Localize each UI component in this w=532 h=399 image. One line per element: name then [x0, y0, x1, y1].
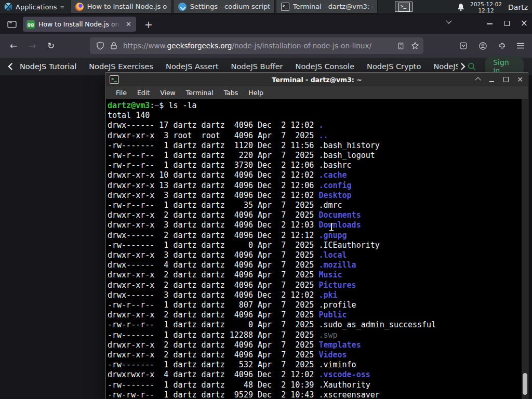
site-nav-item[interactable]: NodeJS Crypto — [367, 62, 421, 71]
terminal-output-line: -rw------- 1 dartz dartz 532 Apr 7 2025 … — [108, 360, 521, 370]
terminal-minimize-button[interactable] — [489, 76, 495, 83]
taskbar-window-button[interactable]: Settings - codium script... — [173, 0, 275, 14]
forward-button[interactable]: → — [25, 38, 39, 53]
taskbar-window-button[interactable]: Terminal - dartz@vm3: ~ — [276, 0, 378, 14]
panel-tray: 2025-12-02 12:12 Dartz — [457, 0, 532, 14]
terminal-output-line: drwx------ 4 dartz dartz 4096 Apr 7 2025… — [108, 260, 521, 270]
window-maximize-button[interactable] — [504, 21, 510, 26]
file-name: .ICEauthority — [318, 241, 379, 250]
terminal-output-line: drwxr-xr-x 13 dartz dartz 4096 Dec 2 12:… — [108, 181, 521, 191]
terminal-output-line: -rw-r--r-- 1 dartz dartz 3730 Dec 2 12:0… — [108, 161, 521, 170]
terminal-menubar: FileEditViewTerminalTabsHelp — [106, 86, 528, 99]
pocket-save-icon[interactable] — [456, 38, 471, 53]
file-name: .bash_logout — [318, 151, 375, 160]
url-text: https://www.geeksforgeeks.org/node-js/in… — [123, 42, 394, 50]
site-nav-item[interactable]: NodeJS DNS — [433, 62, 458, 71]
terminal-scrollbar-thumb[interactable] — [523, 373, 527, 395]
terminal-menu-file[interactable]: File — [111, 87, 132, 98]
taskbar-window-button[interactable]: How to Install Node.js o... — [70, 0, 172, 14]
file-name: .local — [318, 250, 347, 260]
account-icon[interactable] — [475, 38, 490, 53]
taskbar-window-title: Terminal - dartz@vm3: ~ — [293, 3, 373, 10]
clock-time: 12:12 — [470, 7, 502, 14]
terminal-output[interactable]: dartz@vm3:~$ls -la total 140 drwx------ … — [106, 99, 528, 399]
firefox-view-icon — [7, 21, 17, 28]
terminal-menu-help[interactable]: Help — [243, 87, 269, 98]
terminal-output-line: -rw-r--r-- 1 dartz dartz 220 Apr 7 2025 … — [108, 151, 521, 161]
menu-hamburger-icon[interactable] — [513, 38, 528, 53]
new-tab-button[interactable]: + — [141, 19, 156, 30]
file-name: .xscreensaver — [318, 390, 379, 399]
file-name: .Xauthority — [318, 380, 370, 390]
file-name: .mozilla — [318, 260, 356, 270]
typed-command: ls -la — [164, 101, 196, 110]
file-name: Templates — [318, 340, 361, 350]
nav-scroll-left-icon[interactable] — [6, 62, 15, 71]
prompt-user-host: dartz@vm3 — [108, 101, 150, 110]
file-name: . — [318, 121, 323, 130]
bookmark-star-icon[interactable] — [411, 42, 419, 50]
url-path: /node-js/installation-of-node-js-on-linu… — [232, 42, 371, 50]
site-nav-item[interactable]: NodeJS Tutorial — [20, 62, 76, 71]
nav-scroll-right-icon[interactable] — [459, 62, 467, 71]
reader-mode-icon[interactable] — [397, 42, 405, 50]
tab-bar: gg How to Install Node.js on ✕ + × — [0, 15, 532, 34]
file-name: .profile — [318, 300, 356, 310]
terminal-output-line: drwxr-xr-x 10 dartz dartz 4096 Dec 2 12:… — [108, 170, 521, 180]
terminal-output-line: -rw-r--r-- 1 dartz dartz 0 Apr 7 2025 .s… — [108, 320, 521, 330]
site-nav-item[interactable]: NodeJS Assert — [166, 62, 219, 71]
terminal-menu-edit[interactable]: Edit — [132, 87, 155, 98]
file-name: .viminfo — [318, 360, 356, 369]
url-scheme: https://www. — [123, 42, 167, 50]
terminal-output-line: drwx------ 3 dartz dartz 4096 Dec 2 12:0… — [108, 290, 521, 300]
site-nav-item[interactable]: NodeJS Buffer — [231, 62, 283, 71]
site-nav-item[interactable]: NodeJS Console — [296, 62, 355, 71]
terminal-menu-tabs[interactable]: Tabs — [219, 87, 244, 98]
file-name: .swp — [318, 330, 337, 340]
window-minimize-button[interactable] — [487, 23, 493, 24]
list-all-tabs-icon[interactable] — [446, 18, 451, 23]
terminal-titlebar[interactable]: Terminal - dartz@vm3: ~ ✕ — [106, 73, 528, 86]
terminal-output-line: -rw-r--r-- 1 dartz dartz 807 Apr 7 2025 … — [108, 300, 521, 310]
url-bar[interactable]: https://www.geeksforgeeks.org/node-js/in… — [90, 37, 423, 54]
terminal-output-line: -rw------- 1 dartz dartz 12288 Apr 7 202… — [108, 330, 521, 340]
terminal-title: Terminal - dartz@vm3: ~ — [272, 76, 362, 84]
window-close-button[interactable]: × — [521, 18, 528, 28]
tracking-protection-shield-icon[interactable] — [96, 42, 104, 50]
browser-tab[interactable]: gg How to Install Node.js on ✕ — [23, 17, 136, 32]
terminal-output-line: drwxr-xr-x 2 dartz dartz 4096 Apr 7 2025… — [108, 340, 521, 350]
desktop: Applications ≡ How to Install Node.js o.… — [0, 0, 532, 399]
terminal-menu-view[interactable]: View — [155, 87, 181, 98]
terminal-output-line: -rw-rw-r-- 1 dartz dartz 9529 Dec 2 10:4… — [108, 390, 521, 399]
workspace-pager[interactable] — [394, 1, 417, 14]
terminal-menu-terminal[interactable]: Terminal — [181, 87, 219, 98]
file-name: .vscode-oss — [318, 370, 370, 379]
reload-button[interactable]: ↻ — [44, 38, 58, 53]
applications-button[interactable]: Applications ≡ — [0, 0, 68, 14]
taskbar-window-title: How to Install Node.js o... — [87, 3, 167, 10]
back-button[interactable]: ← — [6, 38, 21, 53]
terminal-maximize-button[interactable] — [503, 76, 509, 83]
file-name: Public — [318, 310, 347, 320]
lock-icon[interactable] — [110, 42, 118, 50]
terminal-scrollbar[interactable] — [522, 99, 528, 399]
terminal-output-line: drwxr-xr-x 2 dartz dartz 4096 Apr 7 2025… — [108, 210, 521, 220]
extensions-puzzle-icon[interactable] — [495, 38, 509, 53]
terminal-output-line: -rw------- 1 dartz dartz 48 Dec 2 10:39 … — [108, 380, 521, 390]
terminal-output-line: drwxr-xr-x 3 dartz dartz 4096 Dec 2 12:0… — [108, 191, 521, 201]
terminal-close-button[interactable]: ✕ — [517, 76, 523, 83]
taskbar: How to Install Node.js o...Settings - co… — [70, 0, 378, 14]
search-icon[interactable] — [467, 61, 476, 72]
tab-close-icon[interactable]: ✕ — [125, 20, 132, 29]
terminal-shade-button[interactable] — [475, 76, 481, 83]
terminal-output-line: drwxr-xr-x 2 dartz dartz 4096 Apr 7 2025… — [108, 270, 521, 280]
taskbar-window-title: Settings - codium script... — [190, 3, 270, 10]
panel-clock: 2025-12-02 12:12 — [470, 1, 502, 14]
file-name: .sudo_as_admin_successful — [318, 320, 436, 329]
firefox-view-button[interactable] — [5, 19, 19, 30]
terminal-window: Terminal - dartz@vm3: ~ ✕ FileEditViewTe… — [105, 72, 528, 399]
file-name: .bash_history — [318, 141, 379, 150]
terminal-output-line: drwx------ 2 dartz dartz 4096 Dec 2 12:1… — [108, 231, 521, 241]
site-nav-item[interactable]: NodeJS Exercises — [89, 62, 153, 71]
notification-bell-icon[interactable] — [457, 3, 465, 11]
